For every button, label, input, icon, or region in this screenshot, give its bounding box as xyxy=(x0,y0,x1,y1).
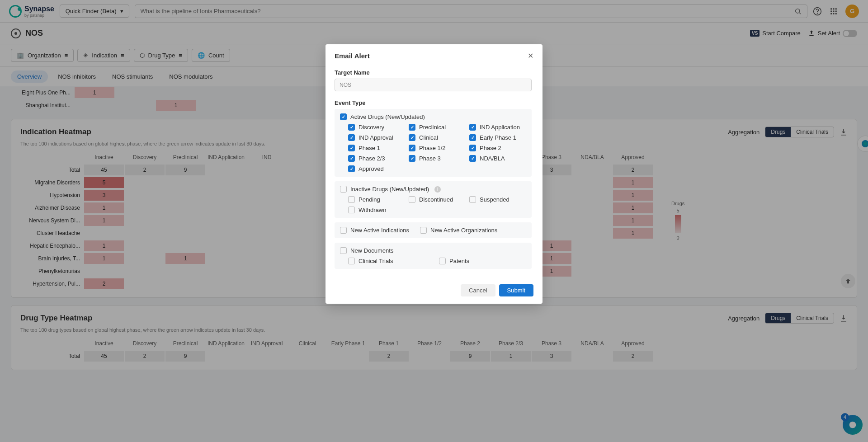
submit-button[interactable]: Submit xyxy=(499,284,533,296)
phase-checkbox[interactable] xyxy=(348,124,355,131)
modal-title: Email Alert xyxy=(335,52,370,60)
phase-option[interactable]: IND Application xyxy=(469,124,526,131)
phase-label: Preclinical xyxy=(419,124,446,131)
phase-checkboxes: DiscoveryPreclinicalIND ApplicationIND A… xyxy=(340,124,526,172)
inactive-checkboxes: PendingDiscontinuedSuspendedWithdrawn xyxy=(340,196,526,213)
phase-option[interactable]: Phase 3 xyxy=(409,155,466,162)
phase-label: Phase 2/3 xyxy=(359,155,385,162)
doc-checkbox[interactable] xyxy=(348,258,355,264)
phase-label: Approved xyxy=(359,165,384,172)
new-documents-group: New Documents Clinical TrialsPatents xyxy=(335,243,532,269)
info-icon[interactable]: i xyxy=(434,186,441,193)
inactive-drugs-group: Inactive Drugs (New/Updated) i PendingDi… xyxy=(335,181,532,218)
phase-option[interactable]: Phase 2 xyxy=(469,145,526,151)
active-drugs-label: Active Drugs (New/Updated) xyxy=(350,113,425,120)
phase-checkbox[interactable] xyxy=(348,155,355,162)
modal-overlay[interactable]: Email Alert ✕ Target Name Event Type Act… xyxy=(0,0,868,442)
phase-option[interactable]: Phase 1 xyxy=(348,145,405,151)
phase-option[interactable]: IND Approval xyxy=(348,134,405,141)
document-checkboxes: Clinical TrialsPatents xyxy=(340,258,526,264)
doc-option[interactable]: Clinical Trials xyxy=(348,258,435,264)
inactive-checkbox[interactable] xyxy=(409,196,415,203)
phase-checkbox[interactable] xyxy=(469,155,476,162)
phase-checkbox[interactable] xyxy=(469,134,476,141)
new-documents-label: New Documents xyxy=(350,247,393,254)
active-drugs-checkbox[interactable] xyxy=(340,113,347,120)
phase-label: IND Application xyxy=(480,124,520,131)
inactive-label: Withdrawn xyxy=(359,207,386,213)
inactive-checkbox[interactable] xyxy=(469,196,476,203)
doc-label: Patents xyxy=(449,258,469,264)
doc-option[interactable]: Patents xyxy=(439,258,526,264)
phase-option[interactable]: Phase 1/2 xyxy=(409,145,466,151)
phase-label: Discovery xyxy=(359,124,384,131)
email-alert-modal: Email Alert ✕ Target Name Event Type Act… xyxy=(326,44,542,304)
inactive-label: Discontinued xyxy=(419,196,453,203)
phase-checkbox[interactable] xyxy=(348,165,355,172)
new-indications-checkbox[interactable] xyxy=(340,227,347,234)
phase-checkbox[interactable] xyxy=(469,124,476,131)
event-type-label: Event Type xyxy=(335,99,532,106)
phase-label: Phase 1 xyxy=(359,145,380,151)
phase-checkbox[interactable] xyxy=(409,155,415,162)
phase-option[interactable]: NDA/BLA xyxy=(469,155,526,162)
phase-checkbox[interactable] xyxy=(409,145,415,151)
new-documents-checkbox[interactable] xyxy=(340,247,347,254)
phase-label: Early Phase 1 xyxy=(480,134,516,141)
phase-checkbox[interactable] xyxy=(409,124,415,131)
target-name-input[interactable] xyxy=(335,79,532,91)
new-indications-label: New Active Indications xyxy=(350,227,409,234)
inactive-label: Pending xyxy=(359,196,380,203)
doc-checkbox[interactable] xyxy=(439,258,446,264)
phase-label: Phase 1/2 xyxy=(419,145,446,151)
inactive-option[interactable]: Suspended xyxy=(469,196,526,203)
inactive-option[interactable]: Discontinued xyxy=(409,196,466,203)
target-name-label: Target Name xyxy=(335,69,532,76)
phase-option[interactable]: Preclinical xyxy=(409,124,466,131)
phase-option[interactable]: Clinical xyxy=(409,134,466,141)
phase-option[interactable]: Early Phase 1 xyxy=(469,134,526,141)
phase-checkbox[interactable] xyxy=(409,134,415,141)
modal-close-button[interactable]: ✕ xyxy=(528,52,533,60)
inactive-checkbox[interactable] xyxy=(348,207,355,213)
phase-checkbox[interactable] xyxy=(348,145,355,151)
cancel-button[interactable]: Cancel xyxy=(461,284,495,296)
doc-label: Clinical Trials xyxy=(359,258,393,264)
inactive-drugs-checkbox[interactable] xyxy=(340,186,347,193)
inactive-checkbox[interactable] xyxy=(348,196,355,203)
phase-checkbox[interactable] xyxy=(348,134,355,141)
inactive-label: Suspended xyxy=(480,196,509,203)
inactive-drugs-label: Inactive Drugs (New/Updated) xyxy=(350,186,429,193)
phase-option[interactable]: Discovery xyxy=(348,124,405,131)
phase-label: IND Approval xyxy=(359,134,393,141)
inactive-option[interactable]: Withdrawn xyxy=(348,207,405,213)
new-active-group: New Active Indications New Active Organi… xyxy=(335,222,532,238)
new-orgs-checkbox[interactable] xyxy=(420,227,427,234)
phase-option[interactable]: Phase 2/3 xyxy=(348,155,405,162)
phase-option[interactable]: Approved xyxy=(348,165,405,172)
phase-checkbox[interactable] xyxy=(469,145,476,151)
phase-label: NDA/BLA xyxy=(480,155,505,162)
new-orgs-label: New Active Organizations xyxy=(430,227,497,234)
phase-label: Clinical xyxy=(419,134,438,141)
phase-label: Phase 2 xyxy=(480,145,501,151)
phase-label: Phase 3 xyxy=(419,155,441,162)
inactive-option[interactable]: Pending xyxy=(348,196,405,203)
active-drugs-group: Active Drugs (New/Updated) DiscoveryPrec… xyxy=(335,109,532,177)
